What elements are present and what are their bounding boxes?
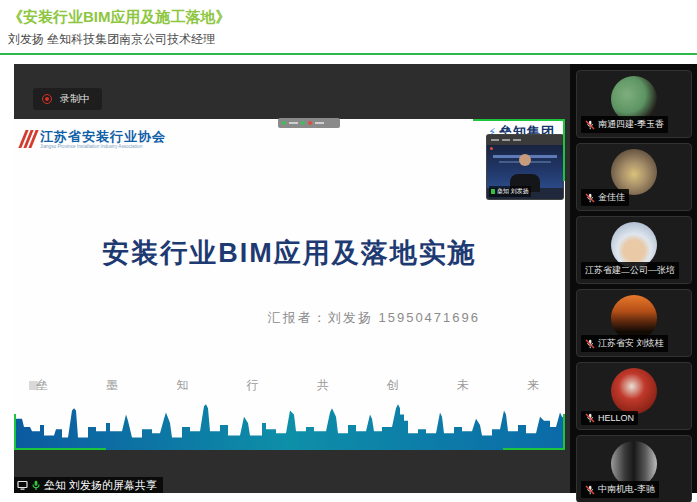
share-resume-icon[interactable] [282,121,286,125]
participant-name: 金佳佳 [598,191,625,204]
screen-share-icon [17,480,28,491]
participant-name: HELLON [598,413,634,423]
participant-tile[interactable]: 南通四建-季玉香 [576,70,692,138]
header-divider [0,53,697,55]
recording-dot-icon [42,94,52,104]
mic-muted-icon [585,485,595,495]
motto-char: 创 [387,377,399,394]
mic-muted-icon [585,413,595,423]
motto-char: 墨 [106,377,118,394]
share-stop-icon[interactable] [308,121,312,125]
motto-char: 行 [247,377,259,394]
share-frame-corner-top-right [473,119,565,181]
recording-label: 录制中 [60,92,90,106]
participant-name: 南通四建-季玉香 [598,118,664,131]
page-title: 《安装行业BIM应用及施工落地》 [8,7,697,26]
participant-tile[interactable]: 中南机电-李驰 [576,435,692,502]
mic-muted-icon [585,339,595,349]
participant-name-tag: 江苏省建二公司—张培 [581,262,679,279]
toolbar-dash [315,122,324,124]
motto-char: 来 [527,377,539,394]
participant-tile[interactable]: 金佳佳 [576,143,692,211]
share-control-toolbar[interactable] [278,118,340,128]
slide-title: 安装行业BIM应用及落地实施 [14,235,565,271]
org-name-en: Jiangsu Province Installation Industry A… [40,144,142,149]
mic-on-icon [491,189,495,194]
mic-active-icon [31,480,41,491]
page-header: 《安装行业BIM应用及施工落地》 刘发扬 垒知科技集团南京公司技术经理 [0,0,697,48]
org-name: 江苏省安装行业协会 [40,129,171,144]
participant-name-tag: 中南机电-李驰 [581,481,659,498]
thumb-name-tag: 垒知 刘发扬 [489,186,531,197]
participant-name: 江苏省建二公司—张培 [585,264,675,277]
share-frame-corner-bottom-left [14,414,106,450]
mic-muted-icon [585,193,595,203]
participant-tile[interactable]: 江苏省安 刘炫桂 [576,289,692,357]
participant-name: 江苏省安 刘炫桂 [598,337,664,350]
participant-tile[interactable]: 江苏省建二公司—张培 [576,216,692,284]
motto-char: 共 [317,377,329,394]
share-frame-corner-bottom-right [503,414,565,450]
participants-sidebar[interactable]: 南通四建-季玉香 金佳佳 江苏省建二公司—张培 [570,64,697,493]
org-logo-icon [22,130,35,148]
participant-name-tag: 南通四建-季玉香 [581,116,668,133]
share-annotate-icon[interactable] [301,121,305,125]
participant-name: 中南机电-李驰 [598,483,655,496]
motto-char: 未 [457,377,469,394]
participant-avatar [611,368,657,414]
participant-name-tag: 金佳佳 [581,189,629,206]
screen-share-stage[interactable]: 录制中 江苏省安装行业协会 Jiangsu Province Installat… [14,64,570,493]
participant-name-tag: HELLON [581,411,638,425]
mic-muted-icon [585,120,595,130]
page-subtitle: 刘发扬 垒知科技集团南京公司技术经理 [8,31,697,48]
toolbar-dash [289,122,298,124]
org-logo: 江苏省安装行业协会 Jiangsu Province Installation … [22,129,171,150]
participant-name-tag: 江苏省安 刘炫桂 [581,335,668,352]
thumb-name: 垒知 刘发扬 [497,187,529,196]
meeting-window: 录制中 江苏省安装行业协会 Jiangsu Province Installat… [14,64,697,493]
share-banner: 垒知 刘发扬的屏幕共享 [14,477,163,493]
share-banner-label: 垒知 刘发扬的屏幕共享 [44,478,157,493]
motto-row: 垒墨知行共创未来 [29,377,539,394]
motto-char: 知 [176,377,188,394]
motto-char: 垒 [36,377,48,394]
recording-indicator: 录制中 [33,88,102,110]
slide-presenter-line: 汇报者：刘发扬 15950471696 [268,309,480,327]
participant-tile[interactable]: HELLON [576,362,692,430]
